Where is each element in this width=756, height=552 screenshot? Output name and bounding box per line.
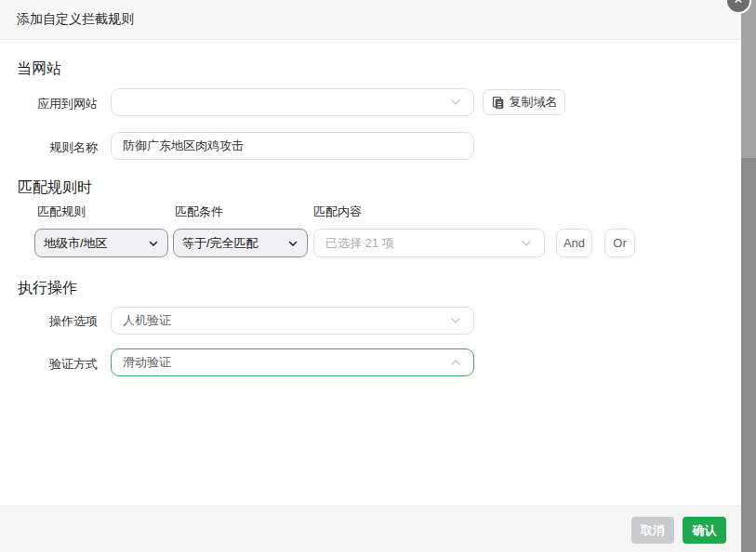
section-heading-match: 匹配规则时: [18, 178, 92, 198]
action-option-select[interactable]: 人机验证: [111, 307, 474, 335]
and-button[interactable]: And: [556, 229, 592, 257]
action-option-selected-value: 人机验证: [123, 312, 449, 329]
verify-method-selected-value: 滑动验证: [123, 354, 449, 371]
copy-domain-button[interactable]: 复制域名: [483, 89, 565, 115]
chevron-down-icon: [449, 314, 462, 327]
confirm-button[interactable]: 确认: [683, 517, 726, 544]
dialog-footer: [0, 506, 741, 552]
chevron-down-icon: [449, 96, 462, 109]
dialog-title: 添加自定义拦截规则: [17, 11, 134, 28]
scrollbar-thumb[interactable]: [741, 158, 756, 552]
chevron-down-icon: [287, 238, 298, 249]
action-option-label: 操作选项: [23, 313, 98, 330]
screen: 添加自定义拦截规则 ✕ 当网站 应用到网站 复制域名 规则名称: [0, 0, 756, 552]
apply-to-website-select[interactable]: [111, 88, 474, 116]
match-condition-column-label: 匹配条件: [175, 204, 223, 220]
chevron-up-icon: [449, 356, 462, 369]
verify-method-select[interactable]: 滑动验证: [111, 348, 474, 376]
match-rule-column-label: 匹配规则: [37, 204, 86, 220]
add-rule-dialog: 添加自定义拦截规则 ✕ 当网站 应用到网站 复制域名 规则名称: [0, 0, 741, 552]
or-button[interactable]: Or: [604, 229, 635, 257]
match-content-multiselect[interactable]: 已选择 21 项: [313, 229, 545, 257]
cancel-button[interactable]: 取消: [631, 517, 674, 544]
rule-name-input[interactable]: [111, 132, 474, 160]
copy-domain-label: 复制域名: [510, 94, 558, 111]
match-condition-select[interactable]: 等于/完全匹配: [173, 229, 308, 257]
and-button-label: And: [564, 236, 585, 250]
match-content-selected-value: 已选择 21 项: [325, 235, 520, 252]
verify-method-label: 验证方式: [23, 356, 98, 373]
rule-name-label: 规则名称: [23, 139, 98, 156]
chevron-down-icon: [520, 237, 533, 250]
match-condition-selected-value: 等于/完全匹配: [182, 235, 287, 252]
match-content-column-label: 匹配内容: [313, 204, 362, 220]
apply-to-website-label: 应用到网站: [23, 96, 98, 112]
match-rule-select[interactable]: 地级市/地区: [34, 229, 168, 257]
chevron-down-icon: [148, 238, 159, 249]
section-heading-website: 当网站: [17, 59, 61, 79]
dialog-header: 添加自定义拦截规则: [0, 0, 741, 40]
close-icon: ✕: [734, 0, 744, 7]
match-rule-selected-value: 地级市/地区: [44, 235, 148, 252]
or-button-label: Or: [613, 236, 626, 250]
section-heading-action: 执行操作: [18, 279, 77, 298]
copy-icon: [491, 96, 505, 110]
